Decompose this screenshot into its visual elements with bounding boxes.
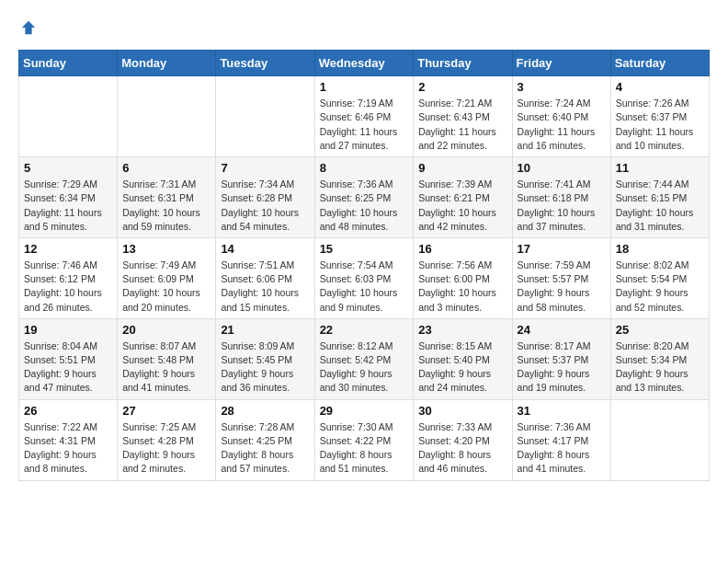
day-number: 28 bbox=[221, 404, 309, 418]
day-number: 31 bbox=[518, 404, 606, 418]
weekday-header-wednesday: Wednesday bbox=[314, 51, 414, 76]
calendar-cell bbox=[19, 76, 118, 157]
day-number: 22 bbox=[320, 323, 409, 337]
day-number: 16 bbox=[418, 242, 506, 256]
calendar-cell: 8 Sunrise: 7:36 AMSunset: 6:25 PMDayligh… bbox=[314, 157, 414, 238]
day-number: 7 bbox=[221, 161, 309, 175]
calendar-cell: 7 Sunrise: 7:34 AMSunset: 6:28 PMDayligh… bbox=[216, 157, 314, 238]
svg-marker-0 bbox=[22, 21, 35, 34]
day-info: Sunrise: 7:29 AMSunset: 6:34 PMDaylight:… bbox=[24, 178, 112, 234]
day-number: 30 bbox=[418, 404, 506, 418]
day-info: Sunrise: 7:46 AMSunset: 6:12 PMDaylight:… bbox=[24, 259, 112, 315]
weekday-header-sunday: Sunday bbox=[19, 51, 118, 76]
day-info: Sunrise: 8:04 AMSunset: 5:51 PMDaylight:… bbox=[24, 339, 112, 396]
day-number: 27 bbox=[122, 404, 210, 418]
day-number: 19 bbox=[24, 323, 112, 337]
day-number: 18 bbox=[616, 242, 704, 256]
calendar-cell: 5 Sunrise: 7:29 AMSunset: 6:34 PMDayligh… bbox=[19, 157, 118, 238]
calendar-cell: 14 Sunrise: 7:51 AMSunset: 6:06 PMDaylig… bbox=[216, 237, 314, 318]
weekday-header-monday: Monday bbox=[118, 51, 216, 76]
day-info: Sunrise: 8:15 AMSunset: 5:40 PMDaylight:… bbox=[418, 339, 506, 396]
calendar-table: SundayMondayTuesdayWednesdayThursdayFrid… bbox=[18, 50, 710, 480]
calendar-cell: 3 Sunrise: 7:24 AMSunset: 6:40 PMDayligh… bbox=[512, 76, 610, 157]
calendar-cell: 10 Sunrise: 7:41 AMSunset: 6:18 PMDaylig… bbox=[512, 157, 610, 238]
calendar-cell: 19 Sunrise: 8:04 AMSunset: 5:51 PMDaylig… bbox=[19, 318, 118, 399]
day-info: Sunrise: 7:31 AMSunset: 6:31 PMDaylight:… bbox=[122, 178, 210, 234]
day-number: 2 bbox=[418, 80, 506, 94]
day-info: Sunrise: 7:44 AMSunset: 6:15 PMDaylight:… bbox=[616, 178, 704, 234]
logo bbox=[18, 18, 37, 40]
day-info: Sunrise: 8:02 AMSunset: 5:54 PMDaylight:… bbox=[616, 259, 704, 315]
day-info: Sunrise: 7:39 AMSunset: 6:21 PMDaylight:… bbox=[418, 178, 506, 234]
day-number: 12 bbox=[24, 242, 112, 256]
calendar-cell: 11 Sunrise: 7:44 AMSunset: 6:15 PMDaylig… bbox=[610, 157, 709, 238]
calendar-cell: 17 Sunrise: 7:59 AMSunset: 5:57 PMDaylig… bbox=[512, 237, 610, 318]
calendar-cell bbox=[118, 76, 216, 157]
calendar-cell bbox=[216, 76, 314, 157]
day-number: 24 bbox=[518, 323, 606, 337]
day-number: 5 bbox=[24, 161, 112, 175]
calendar-cell: 22 Sunrise: 8:12 AMSunset: 5:42 PMDaylig… bbox=[314, 318, 414, 399]
day-info: Sunrise: 7:26 AMSunset: 6:37 PMDaylight:… bbox=[616, 97, 704, 153]
calendar-cell: 31 Sunrise: 7:36 AMSunset: 4:17 PMDaylig… bbox=[512, 399, 610, 480]
day-info: Sunrise: 7:36 AMSunset: 6:25 PMDaylight:… bbox=[320, 178, 409, 234]
day-info: Sunrise: 7:25 AMSunset: 4:28 PMDaylight:… bbox=[122, 420, 210, 477]
calendar-cell: 12 Sunrise: 7:46 AMSunset: 6:12 PMDaylig… bbox=[19, 237, 118, 318]
calendar-cell bbox=[610, 399, 709, 480]
calendar-cell: 4 Sunrise: 7:26 AMSunset: 6:37 PMDayligh… bbox=[610, 76, 709, 157]
day-info: Sunrise: 7:41 AMSunset: 6:18 PMDaylight:… bbox=[518, 178, 606, 234]
day-number: 25 bbox=[616, 323, 704, 337]
calendar-cell: 2 Sunrise: 7:21 AMSunset: 6:43 PMDayligh… bbox=[414, 76, 512, 157]
calendar-cell: 13 Sunrise: 7:49 AMSunset: 6:09 PMDaylig… bbox=[118, 237, 216, 318]
calendar-cell: 25 Sunrise: 8:20 AMSunset: 5:34 PMDaylig… bbox=[610, 318, 709, 399]
calendar-cell: 26 Sunrise: 7:22 AMSunset: 4:31 PMDaylig… bbox=[19, 399, 118, 480]
day-number: 6 bbox=[122, 161, 210, 175]
logo-icon bbox=[20, 19, 37, 36]
calendar-header-row: SundayMondayTuesdayWednesdayThursdayFrid… bbox=[19, 51, 710, 76]
day-info: Sunrise: 7:51 AMSunset: 6:06 PMDaylight:… bbox=[221, 259, 309, 315]
day-number: 3 bbox=[518, 80, 606, 94]
weekday-header-thursday: Thursday bbox=[414, 51, 512, 76]
calendar-cell: 30 Sunrise: 7:33 AMSunset: 4:20 PMDaylig… bbox=[414, 399, 512, 480]
day-info: Sunrise: 7:54 AMSunset: 6:03 PMDaylight:… bbox=[320, 259, 409, 315]
calendar-cell: 24 Sunrise: 8:17 AMSunset: 5:37 PMDaylig… bbox=[512, 318, 610, 399]
calendar-week-row: 5 Sunrise: 7:29 AMSunset: 6:34 PMDayligh… bbox=[19, 157, 710, 238]
day-number: 1 bbox=[320, 80, 409, 94]
day-number: 17 bbox=[518, 242, 606, 256]
calendar-cell: 15 Sunrise: 7:54 AMSunset: 6:03 PMDaylig… bbox=[314, 237, 414, 318]
weekday-header-tuesday: Tuesday bbox=[216, 51, 314, 76]
calendar-cell: 29 Sunrise: 7:30 AMSunset: 4:22 PMDaylig… bbox=[314, 399, 414, 480]
calendar-cell: 28 Sunrise: 7:28 AMSunset: 4:25 PMDaylig… bbox=[216, 399, 314, 480]
day-info: Sunrise: 7:36 AMSunset: 4:17 PMDaylight:… bbox=[518, 420, 606, 477]
day-info: Sunrise: 7:21 AMSunset: 6:43 PMDaylight:… bbox=[418, 97, 506, 153]
calendar-week-row: 1 Sunrise: 7:19 AMSunset: 6:46 PMDayligh… bbox=[19, 76, 710, 157]
day-number: 23 bbox=[418, 323, 506, 337]
calendar-week-row: 19 Sunrise: 8:04 AMSunset: 5:51 PMDaylig… bbox=[19, 318, 710, 399]
day-info: Sunrise: 7:22 AMSunset: 4:31 PMDaylight:… bbox=[24, 420, 112, 477]
day-info: Sunrise: 8:09 AMSunset: 5:45 PMDaylight:… bbox=[221, 339, 309, 396]
calendar-cell: 16 Sunrise: 7:56 AMSunset: 6:00 PMDaylig… bbox=[414, 237, 512, 318]
day-number: 13 bbox=[122, 242, 210, 256]
day-number: 11 bbox=[616, 161, 704, 175]
calendar-week-row: 26 Sunrise: 7:22 AMSunset: 4:31 PMDaylig… bbox=[19, 399, 710, 480]
day-info: Sunrise: 7:24 AMSunset: 6:40 PMDaylight:… bbox=[518, 97, 606, 153]
calendar-cell: 1 Sunrise: 7:19 AMSunset: 6:46 PMDayligh… bbox=[314, 76, 414, 157]
day-info: Sunrise: 7:30 AMSunset: 4:22 PMDaylight:… bbox=[320, 420, 409, 477]
day-info: Sunrise: 7:56 AMSunset: 6:00 PMDaylight:… bbox=[418, 259, 506, 315]
calendar-week-row: 12 Sunrise: 7:46 AMSunset: 6:12 PMDaylig… bbox=[19, 237, 710, 318]
weekday-header-saturday: Saturday bbox=[610, 51, 709, 76]
day-info: Sunrise: 8:12 AMSunset: 5:42 PMDaylight:… bbox=[320, 339, 409, 396]
day-info: Sunrise: 7:59 AMSunset: 5:57 PMDaylight:… bbox=[518, 259, 606, 315]
calendar-cell: 9 Sunrise: 7:39 AMSunset: 6:21 PMDayligh… bbox=[414, 157, 512, 238]
day-number: 4 bbox=[616, 80, 704, 94]
day-info: Sunrise: 8:07 AMSunset: 5:48 PMDaylight:… bbox=[122, 339, 210, 396]
calendar-cell: 18 Sunrise: 8:02 AMSunset: 5:54 PMDaylig… bbox=[610, 237, 709, 318]
calendar-cell: 6 Sunrise: 7:31 AMSunset: 6:31 PMDayligh… bbox=[118, 157, 216, 238]
day-number: 14 bbox=[221, 242, 309, 256]
calendar-cell: 27 Sunrise: 7:25 AMSunset: 4:28 PMDaylig… bbox=[118, 399, 216, 480]
day-info: Sunrise: 7:28 AMSunset: 4:25 PMDaylight:… bbox=[221, 420, 309, 477]
day-number: 10 bbox=[518, 161, 606, 175]
day-number: 26 bbox=[24, 404, 112, 418]
day-number: 20 bbox=[122, 323, 210, 337]
page-header bbox=[18, 18, 710, 40]
